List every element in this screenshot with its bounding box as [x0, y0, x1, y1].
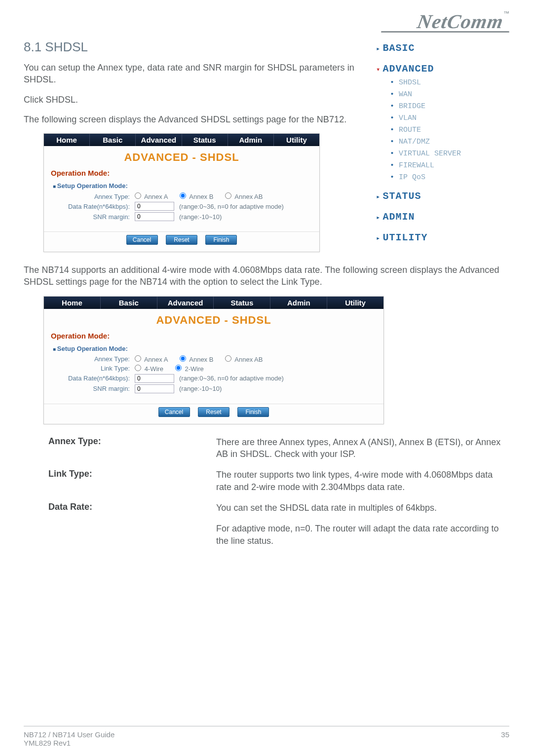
sidebar-basic[interactable]: ▸BASIC — [376, 40, 509, 56]
brand-logo: NetComm™ — [24, 10, 509, 33]
tab-admin-2[interactable]: Admin — [270, 297, 327, 309]
def-data-rate-label: Data Rate: — [48, 502, 216, 514]
intro-paragraph-3: The following screen displays the Advanc… — [24, 113, 363, 125]
sidebar-item-route[interactable]: ROUTE — [390, 124, 509, 136]
snr-margin-input-2[interactable] — [135, 384, 174, 393]
app-title-2: ADVANCED - SHDSL — [44, 309, 383, 330]
app-tabs: Home Basic Advanced Status Admin Utility — [44, 134, 319, 146]
annex-ab-radio[interactable]: Annex AB — [225, 192, 263, 200]
reset-button[interactable]: Reset — [166, 235, 197, 245]
sidebar-item-shdsl[interactable]: SHDSL — [390, 77, 509, 89]
tab-status[interactable]: Status — [182, 134, 228, 146]
data-rate-hint: (range:0~36, n=0 for adaptive mode) — [179, 203, 284, 210]
sidebar-admin[interactable]: ▸ADMIN — [376, 209, 509, 225]
snr-margin-hint-2: (range:-10~10) — [179, 385, 222, 392]
intro-paragraph-4: The NB714 supports an additional 4-wire … — [24, 264, 509, 288]
sidebar-item-virtualserver[interactable]: VIRTUAL SERVER — [390, 148, 509, 160]
annex-type-label-2: Annex Type: — [61, 355, 130, 363]
sidebar-item-vlan[interactable]: VLAN — [390, 113, 509, 124]
def-annex-type-desc: There are three Annex types, Annex A (AN… — [216, 436, 509, 460]
tab-advanced-2[interactable]: Advanced — [157, 297, 214, 309]
footer-guide-title: NB712 / NB714 User Guide — [24, 730, 114, 739]
sidebar-item-natdmz[interactable]: NAT/DMZ — [390, 136, 509, 148]
def-annex-type-label: Annex Type: — [48, 436, 216, 460]
tab-basic-2[interactable]: Basic — [101, 297, 157, 309]
data-rate-input-2[interactable] — [135, 374, 174, 383]
annex-a-radio-2[interactable]: Annex A — [135, 355, 168, 363]
definitions-block: Annex Type: There are three Annex types,… — [48, 436, 509, 547]
tab-admin[interactable]: Admin — [228, 134, 274, 146]
reset-button-2[interactable]: Reset — [198, 407, 229, 417]
link-2wire-radio[interactable]: 2-Wire — [175, 365, 204, 373]
data-rate-label-2: Data Rate(n*64kbps): — [61, 375, 130, 382]
data-rate-label: Data Rate(n*64kbps): — [61, 203, 130, 210]
operation-mode-heading: Operation Mode: — [44, 167, 319, 182]
tab-home[interactable]: Home — [44, 134, 90, 146]
finish-button-2[interactable]: Finish — [237, 407, 269, 417]
page-number: 35 — [501, 730, 509, 747]
def-data-rate-desc: You can set the SHDSL data rate in multi… — [216, 502, 509, 514]
annex-type-label: Annex Type: — [61, 193, 130, 200]
screenshot-nb714: Home Basic Advanced Status Admin Utility… — [43, 296, 384, 424]
tab-home-2[interactable]: Home — [44, 297, 101, 309]
intro-paragraph-1: You can setup the Annex type, data rate … — [24, 62, 363, 86]
snr-margin-label: SNR margin: — [61, 213, 130, 221]
data-rate-hint-2: (range:0~36, n=0 for adaptive mode) — [179, 375, 284, 382]
snr-margin-label-2: SNR margin: — [61, 385, 130, 392]
annex-ab-radio-2[interactable]: Annex AB — [225, 355, 263, 363]
def-link-type-label: Link Type: — [48, 469, 216, 493]
sidebar-advanced[interactable]: ▾ADVANCED — [376, 61, 509, 77]
finish-button[interactable]: Finish — [205, 235, 237, 245]
def-blank-label — [48, 523, 216, 547]
tab-advanced[interactable]: Advanced — [136, 134, 182, 146]
annex-b-radio[interactable]: Annex B — [180, 192, 213, 200]
def-link-type-desc: The router supports two link types, 4-wi… — [216, 469, 509, 493]
footer-revision: YML829 Rev1 — [24, 739, 114, 747]
sidebar-item-wan[interactable]: WAN — [390, 89, 509, 101]
sidebar-item-ipqos[interactable]: IP QoS — [390, 172, 509, 184]
snr-margin-input[interactable] — [135, 212, 174, 221]
sidebar-nav: ▸BASIC ▾ADVANCED SHDSL WAN BRIDGE VLAN R… — [376, 33, 509, 246]
tab-basic[interactable]: Basic — [90, 134, 136, 146]
cancel-button[interactable]: Cancel — [126, 235, 158, 245]
app-tabs-2: Home Basic Advanced Status Admin Utility — [44, 297, 383, 309]
annex-b-radio-2[interactable]: Annex B — [180, 355, 213, 363]
intro-paragraph-2: Click SHDSL. — [24, 94, 363, 106]
section-title: 8.1 SHDSL — [24, 39, 363, 55]
setup-operation-mode-heading: Setup Operation Mode: — [61, 182, 312, 189]
tab-status-2[interactable]: Status — [214, 297, 270, 309]
link-4wire-radio[interactable]: 4-Wire — [135, 365, 163, 373]
snr-margin-hint: (range:-10~10) — [179, 213, 222, 221]
def-adaptive-desc: For adaptive mode, n=0. The router will … — [216, 523, 509, 547]
tab-utility-2[interactable]: Utility — [327, 297, 383, 309]
page-footer: NB712 / NB714 User Guide YML829 Rev1 35 — [24, 726, 509, 747]
tab-utility[interactable]: Utility — [274, 134, 319, 146]
app-title: ADVANCED - SHDSL — [44, 146, 319, 167]
sidebar-item-firewall[interactable]: FIREWALL — [390, 160, 509, 172]
cancel-button-2[interactable]: Cancel — [158, 407, 190, 417]
setup-operation-mode-heading-2: Setup Operation Mode: — [61, 345, 377, 352]
sidebar-status[interactable]: ▸STATUS — [376, 189, 509, 204]
sidebar-utility[interactable]: ▸UTILITY — [376, 230, 509, 246]
operation-mode-heading-2: Operation Mode: — [44, 330, 383, 345]
logo-text: NetComm — [416, 10, 505, 33]
annex-a-radio[interactable]: Annex A — [135, 192, 168, 200]
data-rate-input[interactable] — [135, 202, 174, 211]
link-type-label: Link Type: — [61, 365, 130, 372]
sidebar-item-bridge[interactable]: BRIDGE — [390, 101, 509, 113]
screenshot-nb712: Home Basic Advanced Status Admin Utility… — [43, 133, 320, 252]
